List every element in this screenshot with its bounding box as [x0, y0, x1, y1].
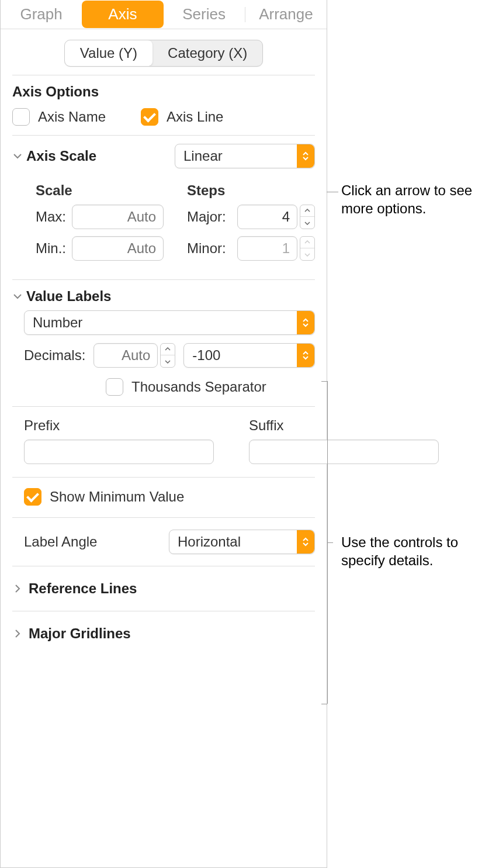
thousands-label: Thousands Separator	[131, 379, 266, 395]
segment-value-y[interactable]: Value (Y)	[65, 40, 153, 66]
axis-scale-value: Linear	[175, 148, 231, 164]
prefix-input[interactable]	[24, 440, 214, 464]
scale-column: Scale Max: Min.:	[36, 182, 164, 268]
segment-category-x[interactable]: Category (X)	[153, 40, 262, 66]
chevron-up-icon[interactable]	[300, 237, 314, 248]
updown-icon	[297, 311, 314, 334]
chevron-down-icon[interactable]	[300, 217, 314, 229]
chevron-up-icon[interactable]	[161, 344, 175, 355]
minor-stepper[interactable]	[300, 236, 315, 261]
decimals-row: Decimals: -100	[1, 343, 327, 376]
major-stepper[interactable]	[300, 205, 315, 229]
annotations-area: Click an arrow to see more options. Use …	[327, 0, 499, 868]
axis-options-section: Axis Options Axis Name Axis Line	[1, 75, 327, 135]
value-labels-title: Value Labels	[26, 288, 315, 305]
axis-name-checkbox-row: Axis Name	[12, 108, 106, 126]
prefix-suffix-row: Prefix Suffix	[1, 407, 327, 477]
axis-scale-select[interactable]: Linear	[175, 144, 315, 168]
axis-line-checkbox-row: Axis Line	[141, 108, 223, 126]
chevron-right-icon[interactable]	[12, 583, 23, 594]
max-input[interactable]	[72, 205, 164, 229]
value-labels-header: Value Labels	[1, 280, 327, 310]
reference-lines-title: Reference Lines	[29, 580, 315, 597]
thousands-row: Thousands Separator	[1, 376, 327, 406]
show-minimum-checkbox[interactable]	[24, 488, 41, 506]
label-angle-label: Label Angle	[24, 534, 97, 550]
inspector-panel: Graph Axis Series Arrange Value (Y) Cate…	[0, 0, 327, 868]
axis-line-checkbox[interactable]	[141, 108, 158, 126]
negative-format-select[interactable]: -100	[183, 343, 315, 368]
max-label: Max:	[36, 209, 66, 225]
tab-arrange[interactable]: Arrange	[245, 1, 327, 28]
value-format-select[interactable]: Number	[24, 310, 315, 335]
updown-icon	[297, 344, 314, 367]
steps-column: Steps Major: Minor:	[187, 182, 315, 268]
major-gridlines-title: Major Gridlines	[29, 625, 315, 642]
value-format-value: Number	[25, 314, 91, 331]
label-angle-value: Horizontal	[169, 534, 249, 550]
inspector-tabs: Graph Axis Series Arrange	[1, 0, 327, 29]
steps-subtitle: Steps	[187, 182, 315, 199]
min-label: Min.:	[36, 240, 66, 257]
callout-tick	[321, 704, 327, 704]
decimals-input[interactable]	[93, 343, 158, 368]
chevron-right-icon[interactable]	[12, 628, 23, 639]
axis-name-label: Axis Name	[38, 109, 106, 125]
callout-tick	[327, 542, 333, 543]
tab-series[interactable]: Series	[164, 1, 245, 28]
negative-format-value: -100	[184, 347, 228, 364]
chevron-down-icon[interactable]	[161, 355, 175, 367]
show-minimum-label: Show Minimum Value	[50, 489, 184, 505]
callout-controls-text: Use the controls to specify details.	[341, 533, 499, 569]
label-angle-select[interactable]: Horizontal	[169, 530, 315, 554]
tab-axis[interactable]: Axis	[82, 1, 163, 28]
prefix-label: Prefix	[24, 417, 214, 434]
axis-name-checkbox[interactable]	[12, 108, 30, 126]
chevron-down-icon[interactable]	[300, 248, 314, 260]
show-minimum-row: Show Minimum Value	[1, 478, 327, 517]
callout-tick	[321, 381, 327, 382]
axis-scale-title: Axis Scale	[26, 148, 171, 164]
updown-icon	[297, 144, 314, 168]
major-gridlines-header[interactable]: Major Gridlines	[1, 611, 327, 656]
minor-input[interactable]	[237, 236, 297, 261]
reference-lines-header[interactable]: Reference Lines	[1, 566, 327, 611]
scale-steps-group: Scale Max: Min.: Steps Major:	[1, 177, 327, 279]
axis-options-title: Axis Options	[12, 84, 315, 100]
chevron-down-icon[interactable]	[12, 151, 23, 161]
min-input[interactable]	[72, 236, 164, 261]
callout-line	[327, 192, 338, 192]
scale-subtitle: Scale	[36, 182, 164, 199]
minor-label: Minor:	[187, 240, 231, 257]
major-label: Major:	[187, 209, 231, 225]
updown-icon	[297, 530, 314, 554]
label-angle-row: Label Angle Horizontal	[1, 518, 327, 566]
callout-arrow-text: Click an arrow to see more options.	[341, 181, 499, 217]
thousands-checkbox[interactable]	[106, 378, 123, 396]
axis-segmented-control[interactable]: Value (Y) Category (X)	[64, 40, 263, 67]
chevron-up-icon[interactable]	[300, 205, 314, 217]
axis-scale-header: Axis Scale Linear	[1, 136, 327, 177]
chevron-down-icon[interactable]	[12, 291, 23, 302]
decimals-stepper[interactable]	[160, 343, 175, 368]
decimals-label: Decimals:	[24, 347, 85, 364]
axis-line-label: Axis Line	[167, 109, 223, 125]
tab-graph[interactable]: Graph	[1, 1, 82, 28]
major-input[interactable]	[237, 205, 297, 229]
